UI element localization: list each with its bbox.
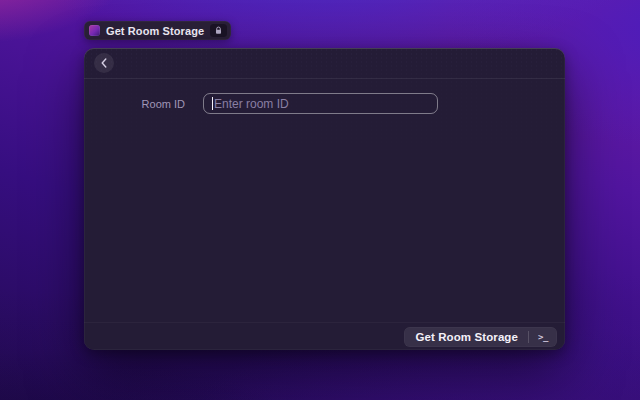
terminal-prompt-icon: >_ <box>532 330 554 344</box>
chevron-left-icon <box>100 58 108 68</box>
room-id-input-wrap <box>203 93 438 114</box>
back-button[interactable] <box>94 53 114 73</box>
command-pill: Get Room Storage <box>84 21 231 40</box>
window-footer: Get Room Storage >_ <box>84 322 565 350</box>
action-button-label: Get Room Storage <box>415 331 518 343</box>
window-header <box>84 48 565 79</box>
form-row-room-id: Room ID <box>84 93 543 114</box>
extension-icon <box>89 25 100 36</box>
app-window: Room ID Get Room Storage >_ <box>84 48 565 350</box>
get-room-storage-button[interactable]: Get Room Storage >_ <box>404 327 557 347</box>
room-id-label: Room ID <box>84 98 203 110</box>
command-pill-label: Get Room Storage <box>106 25 204 37</box>
action-button-divider <box>528 331 529 343</box>
form-area: Room ID <box>84 79 565 114</box>
command-pill-badge <box>210 24 227 37</box>
lock-icon <box>214 26 223 35</box>
room-id-input[interactable] <box>203 93 438 114</box>
